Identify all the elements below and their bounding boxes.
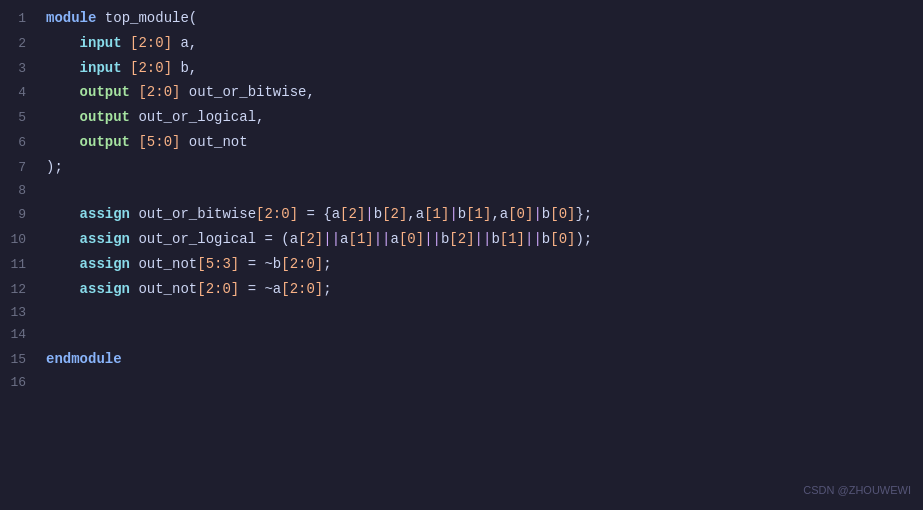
line-number: 8 — [0, 181, 42, 202]
code-line: 12 assign out_not[2:0] = ~a[2:0]; — [0, 277, 923, 302]
watermark: CSDN @ZHOUWEWI — [803, 482, 911, 500]
token-identifier: ; — [323, 256, 331, 272]
line-content: module top_module( — [42, 7, 923, 29]
token-kw-output: output — [46, 84, 130, 100]
line-content: output [2:0] out_or_bitwise, — [42, 81, 923, 103]
token-identifier: = ~b — [239, 256, 281, 272]
token-identifier: a, — [172, 35, 197, 51]
code-line: 8 — [0, 180, 923, 203]
token-identifier: top_module( — [96, 10, 197, 26]
code-editor: 1module top_module(2 input [2:0] a,3 inp… — [0, 0, 923, 510]
token-identifier: b — [491, 231, 499, 247]
token-bracket: [0] — [508, 206, 533, 222]
token-operator: | — [449, 206, 457, 222]
token-identifier: b — [542, 206, 550, 222]
token-operator: || — [475, 231, 492, 247]
token-identifier — [122, 60, 130, 76]
token-identifier: out_or_logical, — [130, 109, 264, 125]
token-bracket: [2:0] — [256, 206, 298, 222]
code-line: 3 input [2:0] b, — [0, 56, 923, 81]
code-line: 14 — [0, 324, 923, 347]
code-line: 11 assign out_not[5:3] = ~b[2:0]; — [0, 252, 923, 277]
token-operator: || — [374, 231, 391, 247]
token-operator: || — [323, 231, 340, 247]
token-identifier — [122, 35, 130, 51]
line-number: 1 — [0, 9, 42, 30]
token-identifier: = ~a — [239, 281, 281, 297]
code-line: 1module top_module( — [0, 6, 923, 31]
token-identifier: ); — [575, 231, 592, 247]
token-kw-assign: assign — [46, 281, 130, 297]
line-content: assign out_or_bitwise[2:0] = {a[2]|b[2],… — [42, 203, 923, 225]
token-identifier: ,a — [491, 206, 508, 222]
code-line: 16 — [0, 372, 923, 395]
token-bracket: [2] — [449, 231, 474, 247]
line-content: assign out_not[5:3] = ~b[2:0]; — [42, 253, 923, 275]
token-identifier: }; — [575, 206, 592, 222]
line-content: output [5:0] out_not — [42, 131, 923, 153]
token-bracket: [1] — [424, 206, 449, 222]
token-identifier: b — [542, 231, 550, 247]
line-number: 10 — [0, 230, 42, 251]
code-line: 7); — [0, 155, 923, 180]
token-identifier: b — [374, 206, 382, 222]
token-bracket: [2:0] — [130, 35, 172, 51]
line-number: 4 — [0, 83, 42, 104]
token-bracket: [2:0] — [281, 256, 323, 272]
line-number: 12 — [0, 280, 42, 301]
token-identifier: out_not — [130, 281, 197, 297]
token-kw-output: output — [46, 134, 130, 150]
line-number: 9 — [0, 205, 42, 226]
token-bracket: [1] — [500, 231, 525, 247]
token-bracket: [2:0] — [281, 281, 323, 297]
token-operator: | — [533, 206, 541, 222]
token-kw-assign: assign — [46, 256, 130, 272]
token-kw-module: module — [46, 10, 96, 26]
line-content: assign out_not[2:0] = ~a[2:0]; — [42, 278, 923, 300]
token-identifier: out_or_logical = (a — [130, 231, 298, 247]
token-bracket: [0] — [550, 206, 575, 222]
line-number: 5 — [0, 108, 42, 129]
line-number: 3 — [0, 59, 42, 80]
token-bracket: [5:0] — [138, 134, 180, 150]
code-line: 5 output out_or_logical, — [0, 105, 923, 130]
line-number: 11 — [0, 255, 42, 276]
line-number: 7 — [0, 158, 42, 179]
token-identifier: b, — [172, 60, 197, 76]
token-bracket: [1] — [348, 231, 373, 247]
token-identifier: ,a — [407, 206, 424, 222]
code-line: 4 output [2:0] out_or_bitwise, — [0, 80, 923, 105]
line-content: output out_or_logical, — [42, 106, 923, 128]
code-line: 10 assign out_or_logical = (a[2]||a[1]||… — [0, 227, 923, 252]
token-identifier: {a — [323, 206, 340, 222]
token-identifier: out_not — [130, 256, 197, 272]
token-bracket: [2:0] — [138, 84, 180, 100]
code-line: 15endmodule — [0, 347, 923, 372]
line-content: input [2:0] a, — [42, 32, 923, 54]
token-identifier: b — [458, 206, 466, 222]
token-operator: | — [365, 206, 373, 222]
token-bracket: [2] — [340, 206, 365, 222]
token-kw-input: input — [46, 60, 122, 76]
token-identifier: a — [391, 231, 399, 247]
token-identifier: ); — [46, 159, 63, 175]
token-kw-output: output — [46, 109, 130, 125]
token-identifier: out_or_bitwise — [130, 206, 256, 222]
token-bracket: [2:0] — [197, 281, 239, 297]
token-kw-input: input — [46, 35, 122, 51]
token-identifier: out_not — [180, 134, 247, 150]
line-content: endmodule — [42, 348, 923, 370]
code-area: 1module top_module(2 input [2:0] a,3 inp… — [0, 0, 923, 401]
line-content: assign out_or_logical = (a[2]||a[1]||a[0… — [42, 228, 923, 250]
token-bracket: [1] — [466, 206, 491, 222]
line-number: 14 — [0, 325, 42, 346]
line-number: 16 — [0, 373, 42, 394]
code-line: 2 input [2:0] a, — [0, 31, 923, 56]
token-identifier: ; — [323, 281, 331, 297]
token-bracket: [0] — [550, 231, 575, 247]
token-kw-assign: assign — [46, 231, 130, 247]
code-line: 9 assign out_or_bitwise[2:0] = {a[2]|b[2… — [0, 202, 923, 227]
code-line: 13 — [0, 302, 923, 325]
token-bracket: [0] — [399, 231, 424, 247]
line-content: ); — [42, 156, 923, 178]
